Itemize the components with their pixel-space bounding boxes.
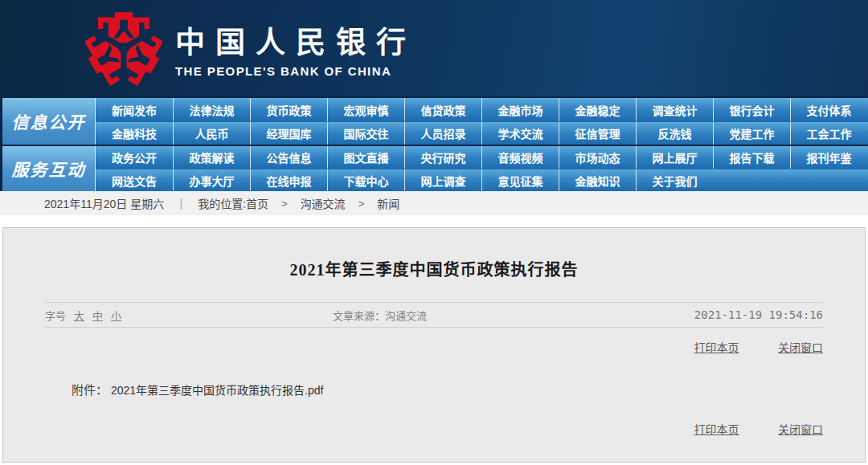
nav-item-party-building[interactable]: 党建工作 [713, 122, 790, 145]
nav-item-report-download[interactable]: 报告下载 [713, 146, 790, 169]
nav-row: 政务公开 政策解读 公告信息 图文直播 央行研究 音频视频 市场动态 网上展厅 … [96, 146, 868, 169]
nav-item-about-us[interactable]: 关于我们 [636, 169, 713, 191]
nav-item-anti-money-laundering[interactable]: 反洗钱 [636, 122, 713, 145]
brand-text: 中国人民银行 THE PEOPLE'S BANK OF CHINA [175, 18, 416, 78]
article-meta-bar: 字号 大 中 小 文章来源：沟通交流 2021-11-19 19:54:16 [45, 302, 823, 328]
nav-item-online-survey[interactable]: 网上调查 [404, 169, 481, 191]
nav-item-audio-video[interactable]: 音频视频 [481, 146, 559, 169]
print-page-link[interactable]: 打印本页 [694, 341, 739, 354]
nav-item-financial-markets[interactable]: 金融市场 [481, 98, 559, 121]
nav-item-labor-union[interactable]: 工会工作 [790, 122, 867, 145]
nav-row: 金融科技 人民币 经理国库 国际交往 人员招录 学术交流 征信管理 反洗钱 党建… [96, 121, 868, 145]
nav-item-financial-stability[interactable]: 金融稳定 [559, 98, 636, 121]
nav-item-macroprudential[interactable]: 宏观审慎 [327, 98, 404, 121]
brand-name-en: THE PEOPLE'S BANK OF CHINA [175, 64, 416, 78]
home-link[interactable]: 中国人民银行 THE PEOPLE'S BANK OF CHINA [0, 10, 416, 87]
attachment-label: 附件： [72, 383, 108, 397]
nav-item-service-hall[interactable]: 办事大厅 [173, 169, 250, 191]
nav-item-renminbi[interactable]: 人民币 [173, 122, 250, 145]
nav-item-recruitment[interactable]: 人员招录 [404, 122, 481, 145]
nav-head-information-disclosure[interactable]: 信息公开 [2, 98, 96, 145]
current-date: 2021年11月20日 星期六 [44, 195, 164, 211]
nav-item-international[interactable]: 国际交往 [327, 122, 404, 145]
attachment-pdf-link[interactable]: 2021年第三季度中国货币政策执行报告.pdf [111, 384, 324, 397]
nav-item-online-filing[interactable]: 在线申报 [250, 169, 327, 191]
nav-head-service-interaction[interactable]: 服务互动 [2, 146, 96, 191]
nav-item-download-center[interactable]: 下载中心 [327, 169, 404, 191]
nav-section-information-disclosure: 信息公开 新闻发布 法律法规 货币政策 宏观审慎 信贷政策 金融市场 金融稳定 … [0, 96, 868, 145]
close-window-link[interactable]: 关闭窗口 [778, 423, 823, 436]
breadcrumb-divider: ｜ [175, 195, 186, 211]
nav-item-gov-affairs[interactable]: 政务公开 [96, 146, 173, 169]
brand-name-cn: 中国人民银行 [175, 18, 416, 62]
nav-item-payment-systems[interactable]: 支付体系 [790, 98, 867, 121]
nav-section-service-interaction: 服务互动 政务公开 政策解读 公告信息 图文直播 央行研究 音频视频 市场动态 … [0, 145, 868, 191]
article-actions-top: 打印本页 关闭窗口 [45, 339, 823, 357]
nav-item-online-documents[interactable]: 网送文告 [96, 169, 173, 191]
article-source: 文章来源：沟通交流 [333, 308, 694, 323]
nav-item-periodicals[interactable]: 报刊年鉴 [790, 146, 867, 169]
print-page-link[interactable]: 打印本页 [694, 423, 739, 436]
nav-item-online-exhibition[interactable]: 网上展厅 [636, 146, 713, 169]
breadcrumb-communication[interactable]: 沟通交流 [301, 195, 346, 211]
nav-item-credit-reporting[interactable]: 征信管理 [559, 122, 636, 145]
nav-item-credit-policy[interactable]: 信贷政策 [404, 98, 481, 121]
nav-item-news[interactable]: 新闻发布 [96, 98, 173, 121]
article-actions-bottom: 打印本页 关闭窗口 [45, 421, 823, 438]
pboc-logo-icon [85, 10, 162, 87]
article-timestamp: 2021-11-19 19:54:16 [694, 308, 823, 321]
main-nav: 信息公开 新闻发布 法律法规 货币政策 宏观审慎 信贷政策 金融市场 金融稳定 … [0, 96, 868, 191]
nav-item-treasury[interactable]: 经理国库 [250, 122, 327, 145]
nav-row: 新闻发布 法律法规 货币政策 宏观审慎 信贷政策 金融市场 金融稳定 调查统计 … [96, 98, 868, 121]
nav-item-statistics[interactable]: 调查统计 [636, 98, 713, 121]
breadcrumb: 2021年11月20日 星期六 ｜ 我的位置:首页 > 沟通交流 > 新闻 [0, 191, 868, 215]
font-size-large-button[interactable]: 大 [74, 308, 84, 323]
nav-item-market-trends[interactable]: 市场动态 [559, 146, 636, 169]
nav-item-policy-interpretation[interactable]: 政策解读 [173, 146, 250, 169]
breadcrumb-home[interactable]: 我的位置:首页 [198, 195, 268, 211]
breadcrumb-separator-icon: > [281, 198, 288, 210]
nav-item-solicit-opinions[interactable]: 意见征集 [481, 169, 559, 191]
font-size-small-button[interactable]: 小 [111, 308, 121, 323]
nav-item-central-bank-research[interactable]: 央行研究 [404, 146, 481, 169]
close-window-link[interactable]: 关闭窗口 [778, 341, 823, 354]
article-panel: 2021年第三季度中国货币政策执行报告 字号 大 中 小 文章来源：沟通交流 2… [2, 227, 866, 463]
article-title: 2021年第三季度中国货币政策执行报告 [3, 257, 865, 280]
nav-item-academic-exchange[interactable]: 学术交流 [481, 122, 559, 145]
breadcrumb-separator-icon: > [358, 198, 365, 210]
nav-item-financial-knowledge[interactable]: 金融知识 [559, 169, 636, 191]
nav-item-announcements[interactable]: 公告信息 [250, 146, 327, 169]
attachment-row: 附件： 2021年第三季度中国货币政策执行报告.pdf [72, 381, 865, 397]
nav-row: 网送文告 办事大厅 在线申报 下载中心 网上调查 意见征集 金融知识 关于我们 [96, 169, 868, 191]
nav-item-laws[interactable]: 法律法规 [173, 98, 250, 121]
nav-item-fintech[interactable]: 金融科技 [96, 122, 173, 145]
font-size-medium-button[interactable]: 中 [92, 308, 103, 323]
nav-item-bank-accounting[interactable]: 银行会计 [713, 98, 790, 121]
font-size-label: 字号 [45, 308, 66, 323]
nav-item-monetary-policy[interactable]: 货币政策 [250, 98, 327, 121]
site-banner: 中国人民银行 THE PEOPLE'S BANK OF CHINA [0, 0, 868, 96]
nav-item-live-broadcast[interactable]: 图文直播 [327, 146, 404, 169]
breadcrumb-news[interactable]: 新闻 [377, 195, 399, 211]
